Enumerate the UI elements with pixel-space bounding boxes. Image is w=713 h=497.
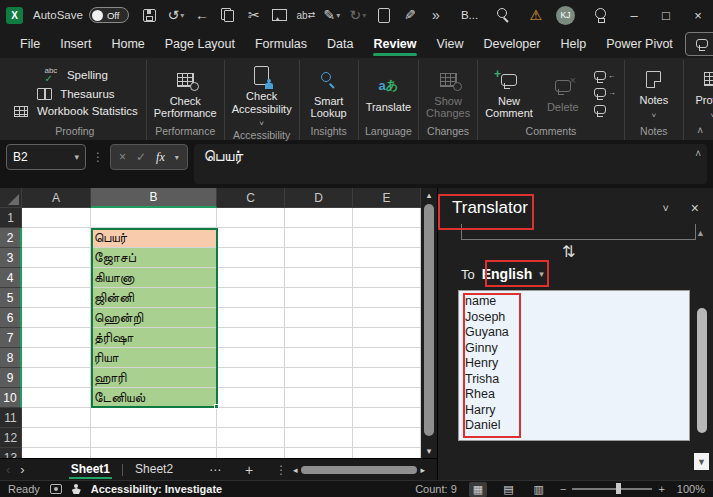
normal-view-icon[interactable]: ▦ [469,482,487,497]
worksheet-grid[interactable]: ABCDE 12பெயர்3ஜோசப்4கியானா5ஜின்னி6ஹென்றி… [0,188,421,458]
row-header-10[interactable]: 10 [0,388,22,408]
tab-power-pivot[interactable]: Power Pivot [596,32,683,57]
cell-E5[interactable] [353,288,421,308]
cell-B13[interactable] [91,448,217,458]
horizontal-scrollbar[interactable]: ◂ ▸ [293,463,425,477]
cell-A12[interactable] [22,428,91,448]
tab-view[interactable]: View [427,32,474,57]
comments-button[interactable]: Comments [685,32,713,56]
pane-options-chevron-icon[interactable]: ˅ [663,202,669,214]
cell-A5[interactable] [22,288,91,308]
save-icon[interactable] [139,4,161,26]
tab-insert[interactable]: Insert [50,32,101,57]
cell-E12[interactable] [353,428,421,448]
cell-B2[interactable]: பெயர் [91,228,217,248]
copy-icon[interactable] [217,4,239,26]
page-layout-view-icon[interactable]: ▤ [499,482,517,497]
paste-picture-icon[interactable] [269,4,291,26]
cell-B4[interactable]: கியானா [91,268,217,288]
cell-C10[interactable] [217,388,285,408]
cell-D4[interactable] [285,268,353,288]
chevron-down-icon[interactable]: ▾ [539,269,544,279]
cell-E2[interactable] [353,228,421,248]
cell-D1[interactable] [285,208,353,228]
insert-function-icon[interactable]: fx [156,150,165,165]
vertical-scrollbar[interactable]: ▴ ▾ [421,188,437,458]
cell-B9[interactable]: ஹாரி [91,368,217,388]
pane-scroll-up-icon[interactable]: ▲ [696,228,705,238]
pane-scroll-down-icon[interactable]: ▼ [694,453,709,470]
macro-record-icon[interactable] [50,484,62,494]
show-comments-icon[interactable] [594,105,616,114]
notes-button[interactable]: Notes˅ [629,64,679,120]
thesaurus-button[interactable]: Thesaurus [35,88,114,100]
cell-A2[interactable] [22,228,91,248]
sheet-options-icon[interactable]: ⋮ [275,463,287,477]
cell-C9[interactable] [217,368,285,388]
avatar[interactable]: KJ [556,6,575,25]
cell-A9[interactable] [22,368,91,388]
lightbulb-icon[interactable] [589,4,611,26]
cell-B3[interactable]: ஜோசப் [91,248,217,268]
cell-D11[interactable] [285,408,353,428]
scroll-left-icon[interactable]: ◂ [293,465,298,475]
cell-D3[interactable] [285,248,353,268]
cell-C5[interactable] [217,288,285,308]
undo-icon[interactable]: ↺▾ [165,4,187,26]
previous-sheet-icon[interactable]: ‹ [6,462,10,477]
column-header-a[interactable]: A [22,188,91,208]
cell-D9[interactable] [285,368,353,388]
check-performance-button[interactable]: Check Performance [151,65,220,120]
name-box[interactable]: B2 ▾ [6,144,86,170]
previous-comment-icon[interactable]: ← [594,71,616,80]
translation-result-box[interactable]: nameJosephGuyanaGinnyHenryTrishaRheaHarr… [458,290,690,441]
autosave-control[interactable]: AutoSave Off [33,7,129,23]
pane-scrollbar-thumb[interactable] [697,308,707,433]
cell-E6[interactable] [353,308,421,328]
row-header-7[interactable]: 7 [0,328,22,348]
cell-C2[interactable] [217,228,285,248]
chevron-down-icon[interactable]: ▾ [74,152,79,162]
row-header-2[interactable]: 2 [0,228,22,248]
cell-D7[interactable] [285,328,353,348]
cell-B11[interactable] [91,408,217,428]
cell-E7[interactable] [353,328,421,348]
tab-home[interactable]: Home [101,32,154,57]
cancel-icon[interactable]: × [119,150,126,164]
cell-A6[interactable] [22,308,91,328]
maximize-button[interactable]: □ [657,8,675,23]
row-header-13[interactable]: 13 [0,448,22,458]
sheet-tab-sheet1[interactable]: Sheet1 [59,460,122,479]
translate-sync-icon[interactable]: ab⇄ [295,4,317,26]
redo-icon[interactable]: ↻▾ [347,4,369,26]
vertical-scrollbar-thumb[interactable] [424,204,434,436]
more-sheets-icon[interactable]: ⋯ [209,463,223,477]
swap-languages-icon[interactable]: ⇅ [562,242,575,261]
row-header-11[interactable]: 11 [0,408,22,428]
translate-button[interactable]: aあTranslate [363,71,414,114]
row-header-8[interactable]: 8 [0,348,22,368]
new-comment-button[interactable]: +New Comment [482,65,536,120]
zoom-slider-thumb[interactable] [616,483,621,494]
cell-E11[interactable] [353,408,421,428]
back-icon[interactable]: ← [191,4,213,26]
scroll-right-icon[interactable]: ▸ [420,465,425,475]
tab-page-layout[interactable]: Page Layout [155,32,245,57]
cell-B6[interactable]: ஹென்றி [91,308,217,328]
cell-E4[interactable] [353,268,421,288]
chevron-down-icon[interactable]: ▾ [175,153,179,162]
tab-help[interactable]: Help [550,32,596,57]
scroll-down-icon[interactable]: ▾ [421,446,437,456]
cell-E3[interactable] [353,248,421,268]
cell-A8[interactable] [22,348,91,368]
tab-formulas[interactable]: Formulas [245,32,317,57]
spelling-button[interactable]: abc✓Spelling [42,67,108,83]
next-comment-icon[interactable]: → [594,88,616,97]
row-header-1[interactable]: 1 [0,208,22,228]
autosave-toggle[interactable]: Off [89,7,129,23]
cell-C6[interactable] [217,308,285,328]
cell-E1[interactable] [353,208,421,228]
accessibility-status[interactable]: Accessibility: Investigate [91,483,222,495]
cell-B7[interactable]: த்ரிஷா [91,328,217,348]
protect-button[interactable]: Protect˅ [688,64,713,120]
